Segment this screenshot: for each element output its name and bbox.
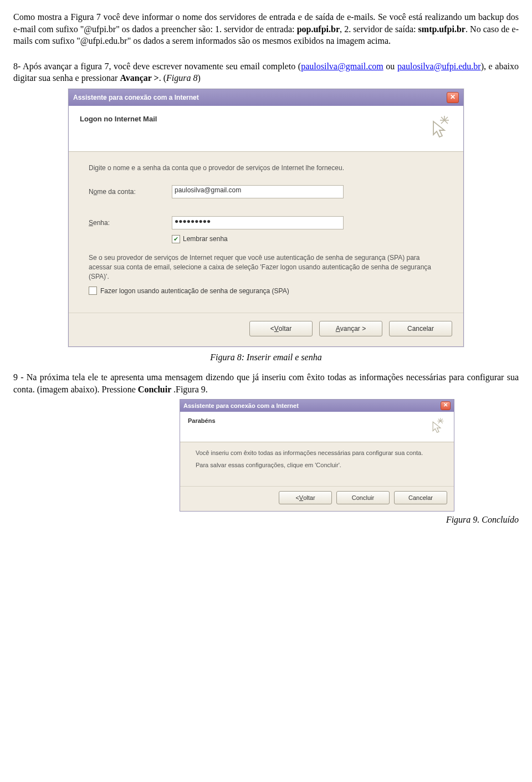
wizard-dialog-logon: Assistente para conexão com a Internet ✕… [68,89,464,347]
cursor-sparkle-icon [426,115,452,139]
header-pane: Logon no Internet Mail [69,106,463,152]
cancel-button[interactable]: Cancelar [389,321,452,336]
password-input[interactable]: ●●●●●●●●● [172,216,344,229]
wizard-dialog-congrats: Assistente para conexão com a Internet ✕… [180,399,454,512]
close-icon: ✕ [443,402,448,408]
text-bold: smtp.ufpi.br [418,24,466,34]
text-underline: V [299,494,303,501]
remember-password-row: ✔ Lembrar senha [172,235,443,243]
remember-checkbox[interactable]: ✔ [172,235,180,243]
text-italic: Figura 8 [166,73,197,83]
dialog-title: Assistente para conexão com a Internet [183,402,299,409]
paragraph-2: 8- Após avançar a figura 7, você deve es… [13,60,519,84]
body-pane: Digite o nome e a senha da conta que o p… [69,152,463,313]
account-label: Nome da conta: [89,188,172,196]
body-pane: Você inseriu com êxito todas as informaç… [180,442,454,487]
spa-info-text: Se o seu provedor de serviços de Interne… [89,253,443,281]
remember-label: Lembrar senha [183,235,228,243]
cursor-sparkle-icon [427,417,446,434]
back-button[interactable]: < Voltar [249,321,313,336]
text-bold: pop.ufpi.br [297,24,340,34]
text-underline: L [183,235,187,243]
figure-8-caption: Figura 8: Inserir email e senha [13,352,519,362]
description-text: Digite o nome e a senha da conta que o p… [89,164,443,172]
header-title: Logon no Internet Mail [80,115,157,139]
save-text: Para salvar essas configurações, clique … [196,461,438,469]
email-link-ufpi[interactable]: paulosilva@ufpi.edu.br [397,62,481,71]
text: enha: [93,219,110,227]
text: < [270,325,274,333]
button-row: < Voltar Avançar > Cancelar [69,313,463,346]
cancel-button[interactable]: Cancelar [394,491,447,504]
text: N [89,188,94,196]
close-button[interactable]: ✕ [441,401,451,410]
spa-checkbox-row: ✔ Fazer logon usando autenticação de sen… [89,287,443,295]
text: oltar [279,325,291,333]
text: , 2. servidor de saída: [340,24,418,34]
text-underline: A [336,325,340,333]
next-button[interactable]: Avançar > [319,321,382,336]
titlebar: Assistente para conexão com a Internet ✕ [69,89,463,106]
text: embrar senha [187,235,228,243]
header-pane: Parabéns [180,412,454,442]
spa-label: Fazer logon usando autenticação de senha… [100,287,289,295]
password-row: Senha: ●●●●●●●●● [89,216,443,229]
text: ou [383,62,397,71]
figure-9-caption: Figura 9. Concluído [13,515,519,525]
paragraph-3: 9 - Na próxima tela ele te apresenta uma… [13,371,519,395]
text-underline: V [274,325,279,333]
password-label: Senha: [89,219,172,227]
text-underline: S [89,219,93,227]
dialog-title: Assistente para conexão com a Internet [73,94,199,101]
text: oltar [303,494,315,501]
text: 8- Após avançar a figura 7, você deve es… [13,62,301,71]
header-title: Parabéns [188,417,216,434]
titlebar: Assistente para conexão com a Internet ✕ [180,400,454,412]
email-link-gmail[interactable]: paulosilva@gmail.com [301,62,383,71]
close-icon: ✕ [450,93,456,101]
finish-button[interactable]: Concluir [336,491,390,504]
account-input[interactable]: paulosilva@gmail.com [172,185,344,198]
back-button[interactable]: < Voltar [279,491,332,504]
spa-checkbox[interactable]: ✔ [89,287,97,295]
text: .Figura 9. [173,385,208,394]
text-bold: Concluir [138,385,173,394]
success-text: Você inseriu com êxito todas as informaç… [196,449,438,457]
paragraph-1: Como mostra a Figura 7 você deve informa… [13,11,519,47]
text: ) [197,73,200,83]
button-row: < Voltar Concluir Cancelar [180,486,454,511]
account-row: Nome da conta: paulosilva@gmail.com [89,185,443,198]
text: me da conta: [97,188,135,196]
text: vançar > [340,325,366,333]
text: . ( [159,73,166,83]
close-button[interactable]: ✕ [447,92,459,103]
text-bold: Avançar > [120,73,158,83]
text: 9 - Na próxima tela ele te apresenta uma… [13,372,519,394]
